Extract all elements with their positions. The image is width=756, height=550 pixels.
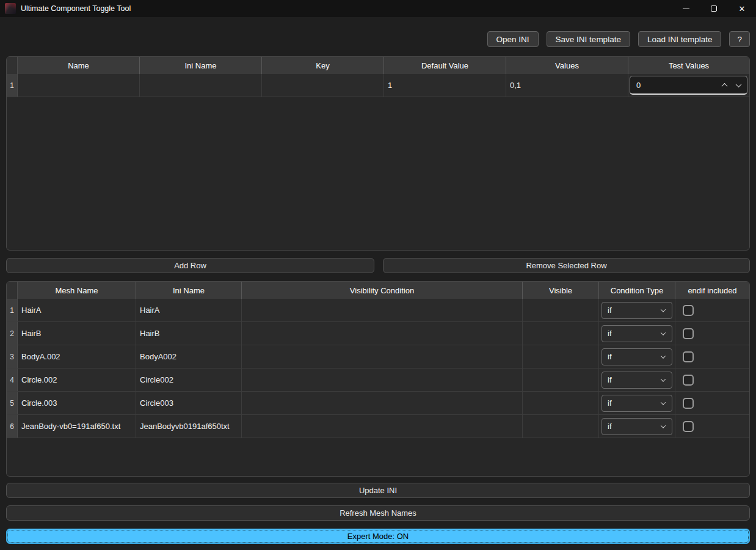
mesh-row[interactable]: 6 JeanBody-vb0=191af650.txt JeanBodyvb01… [7,415,749,438]
cell-ini-name[interactable]: HairB [136,322,242,345]
col-header-visibility-condition[interactable]: Visibility Condition [242,282,523,299]
minimize-button[interactable] [672,0,700,17]
cell-name[interactable] [18,74,140,97]
col-header-key[interactable]: Key [262,57,384,74]
mesh-row[interactable]: 5 Circle.003 Circle003 if [7,392,749,415]
row-number[interactable]: 6 [7,415,18,438]
endif-checkbox[interactable] [683,328,694,339]
col-header-visible[interactable]: Visible [523,282,599,299]
chevron-down-icon [661,353,666,358]
cell-visible[interactable] [523,345,599,368]
cell-ini-name[interactable]: HairA [136,299,242,321]
window-title: Ultimate Component Toggle Tool [21,0,131,17]
endif-checkbox[interactable] [683,421,694,432]
chevron-down-icon [661,423,666,428]
remove-selected-row-button[interactable]: Remove Selected Row [383,258,750,273]
cell-visibility-condition[interactable] [242,345,523,368]
cell-visibility-condition[interactable] [242,322,523,345]
toggle-row[interactable]: 1 1 0,1 0 [7,74,749,97]
condition-type-value: if [608,398,612,408]
endif-checkbox[interactable] [683,375,694,386]
refresh-mesh-names-button[interactable]: Refresh Mesh Names [6,505,750,521]
close-icon: ✕ [739,5,746,13]
test-values-spinbox[interactable]: 0 [630,76,747,95]
cell-visible[interactable] [523,322,599,345]
row-number[interactable]: 1 [7,299,18,321]
cell-mesh-name[interactable]: BodyA.002 [18,345,136,368]
row-number[interactable]: 1 [7,74,18,97]
cell-condition-type: if [599,415,675,438]
cell-visibility-condition[interactable] [242,415,523,438]
expert-mode-toggle-button[interactable]: Expert Mode: ON [6,529,750,544]
cell-endif-included [675,369,749,391]
cell-visibility-condition[interactable] [242,369,523,391]
cell-ini-name[interactable]: Circle002 [136,369,242,391]
cell-condition-type: if [599,345,675,368]
cell-condition-type: if [599,322,675,345]
cell-key[interactable] [262,74,384,97]
cell-default-value[interactable]: 1 [384,74,506,97]
chevron-down-icon [661,400,666,405]
row-number[interactable]: 3 [7,345,18,368]
condition-type-select[interactable]: if [602,325,672,342]
condition-type-select[interactable]: if [602,418,672,435]
close-button[interactable]: ✕ [728,0,756,17]
maximize-button[interactable] [700,0,728,17]
cell-visible[interactable] [523,369,599,391]
row-number[interactable]: 4 [7,369,18,391]
col-header-endif-included[interactable]: endif included [675,282,749,299]
condition-type-select[interactable]: if [602,395,672,412]
cell-endif-included [675,392,749,414]
mesh-row[interactable]: 4 Circle.002 Circle002 if [7,369,749,392]
mesh-row[interactable]: 3 BodyA.002 BodyA002 if [7,345,749,369]
mesh-row[interactable]: 2 HairB HairB if [7,322,749,345]
titlebar: Ultimate Component Toggle Tool ✕ [0,0,756,17]
mesh-table: Mesh Name Ini Name Visibility Condition … [6,281,750,477]
cell-mesh-name[interactable]: HairA [18,299,136,321]
condition-type-select[interactable]: if [602,302,672,319]
cell-ini-name[interactable]: JeanBodyvb0191af650txt [136,415,242,438]
cell-mesh-name[interactable]: Circle.003 [18,392,136,414]
cell-mesh-name[interactable]: JeanBody-vb0=191af650.txt [18,415,136,438]
condition-type-value: if [608,329,612,338]
cell-visible[interactable] [523,415,599,438]
cell-visibility-condition[interactable] [242,392,523,414]
endif-checkbox[interactable] [683,305,694,316]
col-header-ini-name[interactable]: Ini Name [136,282,242,299]
cell-mesh-name[interactable]: Circle.002 [18,369,136,391]
chevron-down-icon [661,307,666,312]
cell-mesh-name[interactable]: HairB [18,322,136,345]
cell-ini-name[interactable] [140,74,262,97]
mesh-row[interactable]: 1 HairA HairA if [7,299,749,322]
row-number[interactable]: 2 [7,322,18,345]
cell-values[interactable]: 0,1 [506,74,628,97]
cell-ini-name[interactable]: Circle003 [136,392,242,414]
col-header-mesh-name[interactable]: Mesh Name [18,282,136,299]
load-ini-template-button[interactable]: Load INI template [638,31,722,47]
endif-checkbox[interactable] [683,351,694,362]
col-header-test-values[interactable]: Test Values [628,57,749,74]
col-header-name[interactable]: Name [18,57,140,74]
chevron-down-icon[interactable] [736,81,742,87]
endif-checkbox[interactable] [683,398,694,409]
cell-visibility-condition[interactable] [242,299,523,321]
condition-type-select[interactable]: if [602,348,672,365]
update-ini-button[interactable]: Update INI [6,483,750,498]
table-corner [7,57,18,74]
open-ini-button[interactable]: Open INI [487,31,539,47]
add-row-button[interactable]: Add Row [6,258,374,273]
cell-visible[interactable] [523,392,599,414]
condition-type-select[interactable]: if [602,372,672,389]
condition-type-value: if [608,352,612,361]
col-header-default-value[interactable]: Default Value [384,57,506,74]
chevron-up-icon[interactable] [722,82,728,89]
save-ini-template-button[interactable]: Save INI template [547,31,630,47]
col-header-values[interactable]: Values [506,57,628,74]
row-number[interactable]: 5 [7,392,18,414]
toggle-table-header: Name Ini Name Key Default Value Values T… [7,57,749,74]
col-header-ini-name[interactable]: Ini Name [140,57,262,74]
col-header-condition-type[interactable]: Condition Type [599,282,675,299]
help-button[interactable]: ? [729,31,750,47]
cell-visible[interactable] [523,299,599,321]
cell-ini-name[interactable]: BodyA002 [136,345,242,368]
